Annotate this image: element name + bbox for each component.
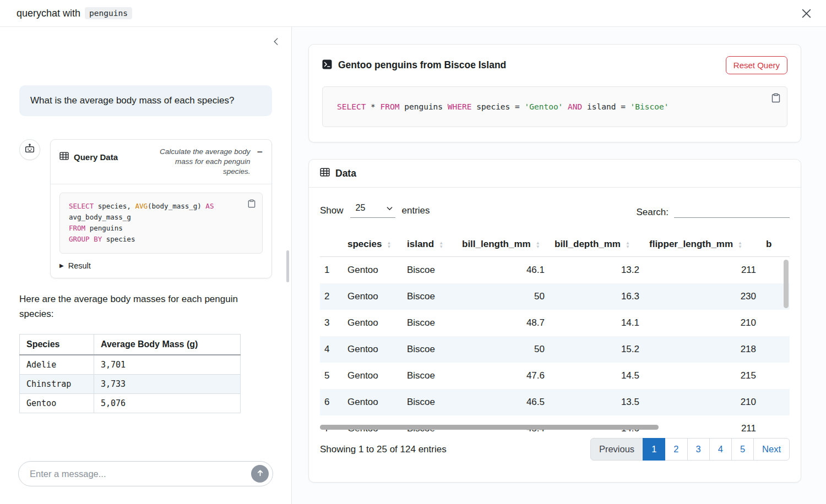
chat-result-table: SpeciesAverage Body Mass (g) Adelie3,701… — [19, 334, 241, 413]
cell-bill_depth_mm: 14.1 — [550, 310, 645, 336]
chat-input-row — [0, 461, 291, 504]
copy-button[interactable] — [246, 198, 257, 210]
app-header: querychat with penguins — [0, 0, 826, 27]
result-row: Gentoo5,076 — [20, 393, 241, 413]
search-label: Search: — [636, 207, 669, 218]
close-button[interactable] — [798, 5, 815, 22]
send-button[interactable] — [251, 465, 269, 483]
chevron-down-icon — [387, 203, 393, 213]
data-table-wrap: species▲▼island▲▼bill_length_mm▲▼bill_de… — [320, 233, 790, 431]
search-control: Search: — [636, 204, 790, 218]
row-index: 6 — [320, 389, 343, 415]
cell-bill_depth_mm: 13.5 — [550, 389, 645, 415]
vertical-scrollbar[interactable] — [784, 260, 789, 308]
chat-message-input[interactable] — [18, 461, 273, 486]
result-header-row: SpeciesAverage Body Mass (g) — [20, 334, 241, 355]
cell-species: Gentoo — [343, 283, 403, 310]
chat-scrollbar[interactable] — [286, 250, 289, 282]
table-info: Showing 1 to 25 of 124 entries — [320, 444, 447, 455]
copy-button[interactable] — [770, 91, 782, 105]
row-index: 1 — [320, 257, 343, 284]
clipboard-icon — [771, 96, 780, 105]
cell-b — [762, 389, 790, 415]
sort-icon[interactable]: ▲▼ — [387, 241, 391, 249]
page-length-value: 25 — [356, 203, 366, 213]
cell-island: Biscoe — [403, 363, 458, 389]
sort-icon[interactable]: ▲▼ — [439, 241, 443, 249]
pagination-page-1[interactable]: 1 — [643, 438, 665, 461]
column-header-bill_depth_mm[interactable]: bill_depth_mm▲▼ — [550, 233, 645, 257]
sql-line: GROUP BY species — [69, 234, 253, 245]
data-row: 6GentooBiscoe46.513.5210 — [320, 389, 790, 415]
tool-card-subtitle: Calculate the average body mass for each… — [152, 147, 250, 177]
user-message: What is the average body mass of each sp… — [19, 85, 272, 116]
data-row: 1GentooBiscoe46.113.2211 — [320, 257, 790, 284]
data-row: 4GentooBiscoe5015.2218 — [320, 336, 790, 363]
cell-species: Gentoo — [343, 310, 403, 336]
column-header-bill_length_mm[interactable]: bill_length_mm▲▼ — [458, 233, 550, 257]
app-title-text: querychat with — [17, 8, 80, 19]
dataset-badge: penguins — [85, 7, 132, 19]
cell-bill_length_mm: 46.1 — [458, 257, 550, 284]
sort-icon[interactable]: ▲▼ — [738, 241, 742, 249]
pagination-next[interactable]: Next — [753, 438, 790, 461]
table-icon — [59, 151, 69, 163]
cell-b — [762, 363, 790, 389]
show-label: Show — [320, 205, 344, 216]
tool-card-meta: Calculate the average body mass for each… — [152, 147, 264, 177]
row-index: 4 — [320, 336, 343, 363]
page-length-control: Show 25 entries — [320, 203, 430, 218]
sql-line: avg_body_mass_g — [69, 212, 253, 223]
tool-card-title-group: Query Data — [59, 151, 118, 163]
chat-panel: What is the average body mass of each sp… — [0, 27, 292, 504]
data-card-header: Data — [309, 160, 801, 188]
tool-call-card: Query Data Calculate the average body ma… — [50, 139, 272, 278]
cell-bill_depth_mm: 14.5 — [550, 363, 645, 389]
assistant-text: Here are the average body masses for eac… — [19, 292, 245, 322]
column-header-island[interactable]: island▲▼ — [403, 233, 458, 257]
search-input[interactable] — [674, 204, 790, 218]
result-row: Chinstrap3,733 — [20, 374, 241, 393]
assistant-message: Query Data Calculate the average body ma… — [19, 139, 272, 278]
sql-line: FROM penguins — [69, 223, 253, 234]
column-header-b[interactable]: b — [762, 233, 790, 257]
collapse-sidebar-button[interactable] — [270, 35, 282, 48]
close-icon — [801, 12, 812, 20]
cell-flipper_length_mm: 211 — [645, 415, 762, 431]
pagination-previous[interactable]: Previous — [590, 438, 643, 461]
pagination-page-4[interactable]: 4 — [709, 438, 732, 461]
terminal-icon — [322, 59, 332, 72]
cell-flipper_length_mm: 210 — [645, 389, 762, 415]
chat-messages: What is the average body mass of each sp… — [0, 27, 291, 461]
arrow-up-icon — [256, 469, 264, 479]
query-card: Gentoo penguins from Biscoe Island Reset… — [308, 44, 801, 143]
sort-icon[interactable]: ▲▼ — [626, 241, 630, 249]
horizontal-scrollbar[interactable] — [320, 425, 659, 430]
cell-bill_length_mm: 46.5 — [458, 389, 550, 415]
cell-bill_length_mm: 47.6 — [458, 363, 550, 389]
query-title: Gentoo penguins from Biscoe Island — [338, 59, 506, 71]
app-title: querychat with penguins — [17, 7, 132, 19]
chat-sql-block: SELECT species, AVG(body_mass_g) ASavg_b… — [59, 193, 263, 254]
cell-flipper_length_mm: 230 — [645, 283, 762, 310]
data-row: 3GentooBiscoe48.714.1210 — [320, 310, 790, 336]
cell-b — [762, 415, 790, 431]
cell-flipper_length_mm: 215 — [645, 363, 762, 389]
tool-card-body: SELECT species, AVG(body_mass_g) ASavg_b… — [51, 184, 271, 278]
page-length-select[interactable]: 25 — [350, 203, 395, 218]
cell-species: Gentoo — [343, 389, 403, 415]
sort-icon[interactable]: ▲▼ — [536, 241, 540, 249]
column-header-flipper_length_mm[interactable]: flipper_length_mm▲▼ — [645, 233, 762, 257]
pagination-page-2[interactable]: 2 — [665, 438, 687, 461]
sql-line: SELECT species, AVG(body_mass_g) AS — [69, 201, 253, 212]
reset-query-button[interactable]: Reset Query — [726, 56, 787, 74]
column-header-species[interactable]: species▲▼ — [343, 233, 403, 257]
data-row: 5GentooBiscoe47.614.5215 — [320, 363, 790, 389]
tool-card-collapse-button[interactable]: − — [256, 147, 264, 157]
pagination-page-5[interactable]: 5 — [731, 438, 754, 461]
cell-bill_length_mm: 50 — [458, 283, 550, 310]
data-row: 2GentooBiscoe5016.3230 — [320, 283, 790, 310]
cell-island: Biscoe — [403, 283, 458, 310]
pagination-page-3[interactable]: 3 — [687, 438, 710, 461]
result-toggle[interactable]: ▶ Result — [59, 261, 263, 270]
